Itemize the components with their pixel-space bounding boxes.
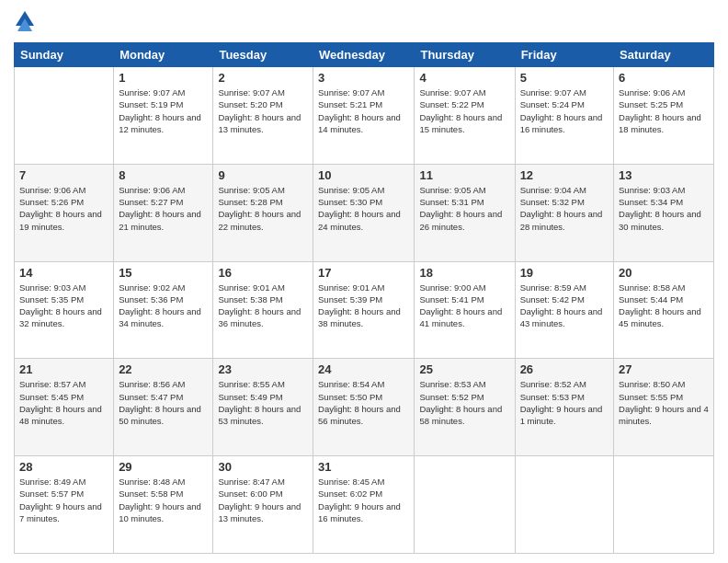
day-info: Sunrise: 9:05 AMSunset: 5:30 PMDaylight:… [318,184,409,233]
day-info: Sunrise: 8:55 AMSunset: 5:49 PMDaylight:… [218,378,308,427]
calendar-cell: 28Sunrise: 8:49 AMSunset: 5:57 PMDayligh… [15,456,114,554]
day-number: 21 [19,362,108,376]
day-info: Sunrise: 9:06 AMSunset: 5:26 PMDaylight:… [19,184,108,233]
day-number: 7 [19,168,108,182]
calendar-cell: 11Sunrise: 9:05 AMSunset: 5:31 PMDayligh… [415,164,515,261]
calendar-header-row: SundayMondayTuesdayWednesdayThursdayFrid… [15,43,714,67]
calendar-week-5: 28Sunrise: 8:49 AMSunset: 5:57 PMDayligh… [15,456,714,554]
logo [14,9,39,35]
weekday-header-friday: Friday [515,43,613,67]
calendar-week-4: 21Sunrise: 8:57 AMSunset: 5:45 PMDayligh… [15,359,714,456]
calendar-cell: 7Sunrise: 9:06 AMSunset: 5:26 PMDaylight… [15,164,114,261]
day-number: 15 [119,266,208,280]
day-number: 12 [520,168,609,182]
day-info: Sunrise: 9:00 AMSunset: 5:41 PMDaylight:… [419,282,509,330]
logo-icon [14,9,36,35]
day-number: 17 [318,266,409,280]
day-info: Sunrise: 9:01 AMSunset: 5:39 PMDaylight:… [318,282,409,330]
day-info: Sunrise: 9:06 AMSunset: 5:25 PMDaylight:… [619,86,709,135]
day-number: 31 [318,460,409,474]
calendar-cell: 1Sunrise: 9:07 AMSunset: 5:19 PMDaylight… [114,67,213,165]
day-info: Sunrise: 9:07 AMSunset: 5:24 PMDaylight:… [520,86,609,135]
day-info: Sunrise: 8:52 AMSunset: 5:53 PMDaylight:… [520,378,609,427]
calendar-cell: 2Sunrise: 9:07 AMSunset: 5:20 PMDaylight… [213,67,313,165]
day-number: 19 [520,266,609,280]
day-info: Sunrise: 9:01 AMSunset: 5:38 PMDaylight:… [218,282,308,330]
day-info: Sunrise: 9:07 AMSunset: 5:22 PMDaylight:… [419,86,509,135]
calendar-table: SundayMondayTuesdayWednesdayThursdayFrid… [14,42,714,554]
weekday-header-monday: Monday [114,43,213,67]
calendar-cell: 31Sunrise: 8:45 AMSunset: 6:02 PMDayligh… [313,456,415,554]
calendar-cell: 21Sunrise: 8:57 AMSunset: 5:45 PMDayligh… [15,359,114,456]
page-header [14,9,714,35]
day-number: 11 [419,168,509,182]
day-info: Sunrise: 8:53 AMSunset: 5:52 PMDaylight:… [419,378,509,427]
day-info: Sunrise: 9:03 AMSunset: 5:35 PMDaylight:… [19,282,108,330]
calendar-cell: 17Sunrise: 9:01 AMSunset: 5:39 PMDayligh… [313,261,415,359]
day-info: Sunrise: 8:59 AMSunset: 5:42 PMDaylight:… [520,282,609,330]
day-info: Sunrise: 8:47 AMSunset: 6:00 PMDaylight:… [218,476,308,524]
day-info: Sunrise: 8:50 AMSunset: 5:55 PMDaylight:… [619,378,709,427]
day-number: 14 [19,266,108,280]
day-info: Sunrise: 9:05 AMSunset: 5:31 PMDaylight:… [419,184,509,233]
day-number: 16 [218,266,308,280]
day-info: Sunrise: 9:07 AMSunset: 5:19 PMDaylight:… [119,86,208,135]
day-number: 4 [419,71,509,85]
calendar-cell: 9Sunrise: 9:05 AMSunset: 5:28 PMDaylight… [213,164,313,261]
day-number: 26 [520,362,609,376]
day-number: 20 [619,266,709,280]
day-info: Sunrise: 9:02 AMSunset: 5:36 PMDaylight:… [119,282,208,330]
day-info: Sunrise: 8:54 AMSunset: 5:50 PMDaylight:… [318,378,409,427]
day-number: 8 [119,168,208,182]
day-info: Sunrise: 8:49 AMSunset: 5:57 PMDaylight:… [19,476,108,524]
day-number: 24 [318,362,409,376]
calendar-cell: 10Sunrise: 9:05 AMSunset: 5:30 PMDayligh… [313,164,415,261]
calendar-cell [15,67,114,165]
calendar-cell: 23Sunrise: 8:55 AMSunset: 5:49 PMDayligh… [213,359,313,456]
day-info: Sunrise: 8:45 AMSunset: 6:02 PMDaylight:… [318,476,409,524]
calendar-cell: 15Sunrise: 9:02 AMSunset: 5:36 PMDayligh… [114,261,213,359]
day-number: 9 [218,168,308,182]
day-number: 13 [619,168,709,182]
day-number: 1 [119,71,208,85]
day-info: Sunrise: 9:06 AMSunset: 5:27 PMDaylight:… [119,184,208,233]
calendar-cell: 22Sunrise: 8:56 AMSunset: 5:47 PMDayligh… [114,359,213,456]
day-info: Sunrise: 8:58 AMSunset: 5:44 PMDaylight:… [619,282,709,330]
day-number: 27 [619,362,709,376]
weekday-header-thursday: Thursday [415,43,515,67]
calendar-cell: 5Sunrise: 9:07 AMSunset: 5:24 PMDaylight… [515,67,613,165]
calendar-cell: 26Sunrise: 8:52 AMSunset: 5:53 PMDayligh… [515,359,613,456]
calendar-cell: 27Sunrise: 8:50 AMSunset: 5:55 PMDayligh… [614,359,714,456]
calendar-cell: 13Sunrise: 9:03 AMSunset: 5:34 PMDayligh… [614,164,714,261]
weekday-header-sunday: Sunday [15,43,114,67]
day-number: 30 [218,460,308,474]
calendar-cell [614,456,714,554]
day-info: Sunrise: 9:07 AMSunset: 5:21 PMDaylight:… [318,86,409,135]
calendar-cell: 3Sunrise: 9:07 AMSunset: 5:21 PMDaylight… [313,67,415,165]
calendar-week-1: 1Sunrise: 9:07 AMSunset: 5:19 PMDaylight… [15,67,714,165]
calendar-week-2: 7Sunrise: 9:06 AMSunset: 5:26 PMDaylight… [15,164,714,261]
day-info: Sunrise: 8:56 AMSunset: 5:47 PMDaylight:… [119,378,208,427]
day-number: 28 [19,460,108,474]
day-info: Sunrise: 9:04 AMSunset: 5:32 PMDaylight:… [520,184,609,233]
calendar-cell: 30Sunrise: 8:47 AMSunset: 6:00 PMDayligh… [213,456,313,554]
day-info: Sunrise: 8:57 AMSunset: 5:45 PMDaylight:… [19,378,108,427]
weekday-header-saturday: Saturday [614,43,714,67]
calendar-cell: 20Sunrise: 8:58 AMSunset: 5:44 PMDayligh… [614,261,714,359]
day-info: Sunrise: 9:03 AMSunset: 5:34 PMDaylight:… [619,184,709,233]
day-number: 25 [419,362,509,376]
calendar-cell: 18Sunrise: 9:00 AMSunset: 5:41 PMDayligh… [415,261,515,359]
calendar-cell: 19Sunrise: 8:59 AMSunset: 5:42 PMDayligh… [515,261,613,359]
calendar-cell: 6Sunrise: 9:06 AMSunset: 5:25 PMDaylight… [614,67,714,165]
calendar-cell: 12Sunrise: 9:04 AMSunset: 5:32 PMDayligh… [515,164,613,261]
day-number: 6 [619,71,709,85]
calendar-cell: 14Sunrise: 9:03 AMSunset: 5:35 PMDayligh… [15,261,114,359]
day-number: 2 [218,71,308,85]
calendar-cell: 29Sunrise: 8:48 AMSunset: 5:58 PMDayligh… [114,456,213,554]
day-info: Sunrise: 8:48 AMSunset: 5:58 PMDaylight:… [119,476,208,524]
day-number: 18 [419,266,509,280]
calendar-cell: 8Sunrise: 9:06 AMSunset: 5:27 PMDaylight… [114,164,213,261]
day-number: 22 [119,362,208,376]
calendar-cell: 24Sunrise: 8:54 AMSunset: 5:50 PMDayligh… [313,359,415,456]
day-number: 23 [218,362,308,376]
